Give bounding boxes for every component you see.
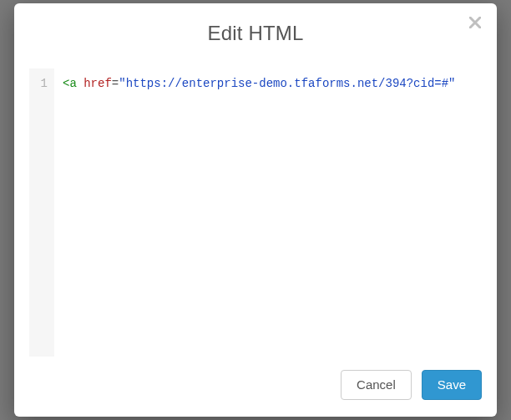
code-token-quote: " xyxy=(448,77,455,90)
code-editor[interactable]: 1 <a href="https://enterprise-demo.tfafo… xyxy=(29,68,482,357)
line-number: 1 xyxy=(39,75,48,92)
modal-header: Edit HTML xyxy=(14,3,497,53)
code-content[interactable]: <a href="https://enterprise-demo.tfaform… xyxy=(54,68,482,357)
close-button[interactable] xyxy=(465,13,485,33)
code-token-string: https://enterprise-demo.tfaforms.net/394… xyxy=(126,77,448,90)
save-button[interactable]: Save xyxy=(422,370,482,400)
code-token-quote: " xyxy=(119,77,125,90)
close-icon xyxy=(469,17,481,31)
modal-footer: Cancel Save xyxy=(14,357,497,417)
line-gutter: 1 xyxy=(29,68,54,357)
edit-html-modal: Edit HTML 1 <a href="https://enterprise-… xyxy=(14,3,497,417)
code-token-equals: = xyxy=(112,77,119,90)
code-token-attr: href xyxy=(83,77,112,90)
code-token-tag: a xyxy=(69,77,76,90)
modal-title: Edit HTML xyxy=(31,22,480,45)
code-token-space xyxy=(77,77,83,90)
cancel-button[interactable]: Cancel xyxy=(341,370,412,400)
